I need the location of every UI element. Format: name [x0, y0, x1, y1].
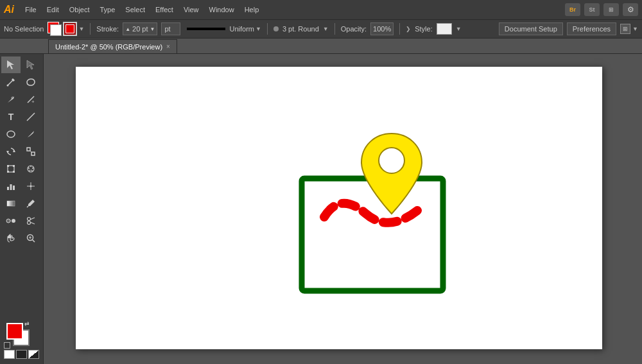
foreground-color-swatch[interactable]	[6, 323, 23, 340]
line-segment-tool[interactable]	[21, 108, 40, 125]
separator-3	[334, 23, 335, 35]
svg-point-23	[30, 170, 31, 171]
svg-line-13	[30, 151, 31, 152]
reset-colors-icon[interactable]	[4, 342, 10, 349]
stock-icon[interactable]: St	[584, 3, 600, 16]
hand-tool[interactable]	[1, 230, 21, 247]
mesh-tool[interactable]	[21, 178, 40, 195]
stroke-up-icon[interactable]: ▲	[125, 26, 130, 32]
svg-rect-26	[10, 184, 12, 190]
stroke-value-input[interactable]: ▲ 20 pt ▼	[123, 22, 157, 35]
lasso-tool[interactable]	[21, 74, 40, 91]
fill-type-button[interactable]	[63, 22, 77, 36]
toolbar: + T	[0, 54, 44, 364]
tab-title: Untitled-2* @ 50% (RGB/Preview)	[55, 43, 162, 51]
scissors-tool[interactable]	[21, 212, 40, 229]
menu-object[interactable]: Object	[65, 4, 94, 15]
magic-wand-tool[interactable]	[1, 74, 21, 91]
menu-edit[interactable]: Edit	[42, 4, 64, 15]
menu-type[interactable]: Type	[96, 4, 120, 15]
svg-rect-15	[7, 165, 9, 167]
direct-selection-tool[interactable]	[21, 56, 40, 73]
menu-effect[interactable]: Effect	[151, 4, 178, 15]
tool-row-3: +	[1, 91, 42, 108]
rotate-tool[interactable]	[1, 143, 21, 160]
tool-row-11	[1, 230, 42, 247]
svg-rect-31	[7, 201, 15, 206]
artboard	[76, 67, 602, 349]
fill-mode-icons	[4, 350, 39, 359]
variable-width-icon[interactable]	[273, 26, 279, 31]
swap-colors-icon[interactable]: ⇄	[24, 320, 32, 328]
symbol-spray-tool[interactable]	[21, 160, 40, 177]
opacity-value: 100%	[373, 25, 391, 33]
column-graph-tool[interactable]	[1, 178, 21, 195]
workspace-icon[interactable]: ⊞	[603, 3, 619, 16]
document-tab[interactable]: Untitled-2* @ 50% (RGB/Preview) ×	[48, 39, 177, 53]
svg-point-22	[32, 168, 33, 169]
free-transform-tool[interactable]	[1, 160, 21, 177]
svg-rect-25	[7, 187, 9, 190]
main-layout: + T	[0, 54, 642, 364]
svg-point-33	[6, 219, 10, 223]
fill-dropdown-arrow[interactable]: ▼	[78, 26, 84, 32]
menu-help[interactable]: Help	[240, 4, 264, 15]
round-dropdown-arrow[interactable]: ▼	[323, 26, 329, 32]
opacity-input[interactable]: 100%	[370, 22, 394, 35]
opacity-label: Opacity:	[341, 25, 367, 33]
menu-select[interactable]: Select	[121, 4, 150, 15]
pencil-tool[interactable]	[21, 126, 40, 143]
tool-row-10	[1, 212, 42, 229]
color-swatch-group: ⇄	[4, 320, 32, 349]
bridge-icon[interactable]: Br	[565, 3, 580, 16]
chevron-right-icon[interactable]: ❯	[406, 26, 411, 32]
scale-tool[interactable]	[21, 143, 40, 160]
stroke-unit-dropdown[interactable]: pt	[161, 22, 180, 35]
arrange-icons[interactable]: ⊞ ▼	[620, 22, 638, 35]
svg-rect-27	[13, 186, 15, 190]
style-preview[interactable]	[437, 23, 452, 35]
svg-point-30	[30, 186, 32, 187]
preferences-button[interactable]: Preferences	[567, 22, 616, 35]
gradient-tool[interactable]	[1, 195, 21, 212]
svg-marker-1	[27, 60, 34, 69]
gradient-mode-icon[interactable]	[28, 350, 39, 359]
selection-tool[interactable]	[1, 56, 21, 73]
menu-file[interactable]: File	[21, 4, 41, 15]
type-tool[interactable]: T	[1, 108, 21, 125]
tab-close-button[interactable]: ×	[166, 43, 170, 50]
arrange-dropdown-arrow[interactable]: ▼	[632, 26, 638, 32]
app-logo: Ai	[4, 4, 14, 15]
tool-row-9	[1, 195, 42, 212]
none-mode-icon[interactable]	[16, 350, 27, 359]
document-setup-button[interactable]: Document Setup	[499, 22, 563, 35]
svg-rect-18	[13, 171, 15, 173]
search-icon[interactable]: ⚙	[623, 3, 638, 16]
eyedropper-tool[interactable]	[21, 195, 40, 212]
menu-view[interactable]: View	[179, 4, 204, 15]
zoom-tool[interactable]	[21, 230, 40, 247]
tool-row-8	[1, 178, 42, 195]
canvas-area	[44, 54, 642, 364]
stroke-value: 20 pt	[130, 25, 150, 33]
tool-row-7	[1, 160, 42, 177]
fill-group: ▼	[48, 22, 84, 36]
tab-bar: Untitled-2* @ 50% (RGB/Preview) ×	[0, 39, 642, 54]
ellipse-tool[interactable]	[1, 126, 21, 143]
stroke-down-icon[interactable]: ▼	[150, 26, 155, 32]
blend-tool[interactable]	[1, 212, 21, 229]
svg-point-20	[30, 166, 31, 167]
pen-tool[interactable]	[1, 91, 21, 108]
stroke-uniform-arrow[interactable]: ▼	[256, 26, 261, 32]
separator-2	[267, 23, 268, 35]
menu-window[interactable]: Window	[205, 4, 239, 15]
fill-bg-swatch[interactable]	[50, 24, 62, 36]
separator-1	[90, 23, 91, 35]
normal-mode-icon[interactable]	[4, 350, 15, 359]
fill-swatch-container[interactable]	[48, 22, 62, 36]
style-dropdown-arrow[interactable]: ▼	[456, 26, 462, 32]
tool-row-2	[1, 74, 42, 91]
add-anchor-tool[interactable]: +	[21, 91, 40, 108]
svg-rect-17	[7, 171, 9, 173]
options-bar: No Selection ▼ Stroke: ▲ 20 pt ▼ pt Unif…	[0, 19, 642, 39]
